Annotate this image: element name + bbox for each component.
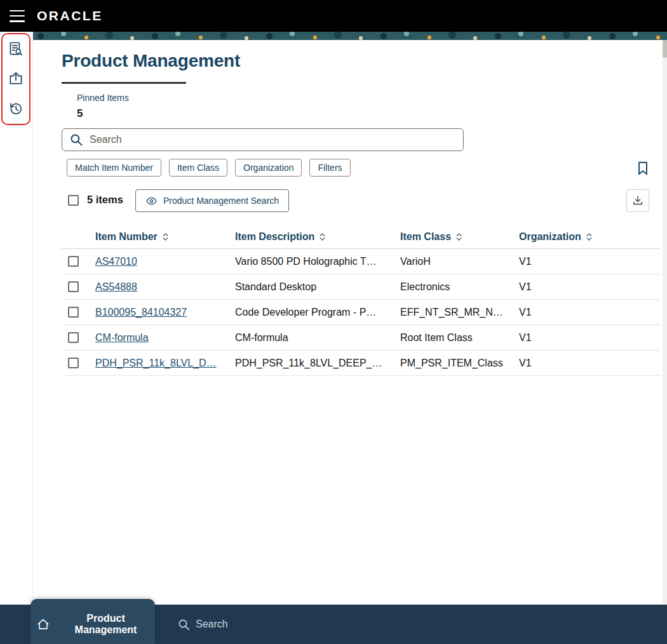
saved-search-button[interactable]: Product Management Search [135, 189, 289, 212]
pinned-items-count: 5 [77, 107, 83, 120]
chip-match-item-number[interactable]: Match Item Number [67, 159, 161, 177]
table-row: CM-formula CM-formula Root Item Class V1 [62, 325, 661, 351]
organization-cell: V1 [519, 307, 661, 318]
title-underline [62, 82, 186, 84]
sort-icon [586, 232, 593, 241]
search-bar [62, 128, 464, 151]
saved-search-label: Product Management Search [163, 196, 279, 206]
item-description-cell: Standard Desktop [235, 281, 400, 293]
item-description-cell: Vario 8500 PD Holographic T… [235, 256, 400, 267]
page-title: Product Management [62, 51, 240, 71]
item-number-link[interactable]: AS47010 [95, 256, 137, 267]
chip-filters[interactable]: Filters [309, 159, 350, 177]
row-checkbox[interactable] [68, 332, 79, 343]
footer-tab-search[interactable]: Search [178, 605, 228, 644]
footer-tab-product-management[interactable]: Product Management [30, 599, 155, 644]
sort-item-class[interactable]: Item Class [400, 231, 519, 243]
sort-icon [162, 232, 169, 241]
bookmark-button[interactable] [635, 159, 652, 177]
item-number-link[interactable]: B100095_84104327 [95, 307, 187, 318]
main-content: Product Management Pinned Items 5 Match … [0, 0, 667, 644]
table-header: Item Number Item Description Item Class … [62, 225, 661, 249]
download-icon [631, 194, 644, 207]
row-checkbox[interactable] [68, 256, 79, 267]
bottom-bar: Product Management Search [0, 605, 667, 644]
home-icon [36, 617, 50, 631]
chip-organization[interactable]: Organization [235, 159, 302, 177]
organization-cell: V1 [519, 256, 661, 267]
table-row: AS54888 Standard Desktop Electronics V1 [62, 274, 661, 300]
item-description-cell: CM-formula [235, 332, 400, 344]
item-number-link[interactable]: AS54888 [95, 281, 137, 293]
search-input[interactable] [90, 134, 455, 145]
sort-icon [455, 232, 462, 241]
footer-tab-label: Product Management [57, 613, 155, 636]
results-table: Item Number Item Description Item Class … [62, 225, 661, 376]
organization-cell: V1 [519, 281, 661, 293]
item-description-cell: PDH_PSR_11k_8LVL_DEEP_… [235, 358, 400, 369]
sort-item-description[interactable]: Item Description [235, 231, 400, 243]
table-row: B100095_84104327 Code Developer Program … [62, 300, 661, 325]
search-icon [178, 619, 190, 631]
product-management-app: ORACLE [0, 0, 667, 644]
item-number-link[interactable]: CM-formula [95, 332, 149, 344]
select-all-checkbox[interactable] [68, 195, 79, 206]
row-checkbox[interactable] [68, 281, 79, 292]
table-row: AS47010 Vario 8500 PD Holographic T… Var… [62, 249, 661, 274]
item-number-link[interactable]: PDH_PSR_11k_8LVL_D… [95, 358, 217, 369]
filter-chips: Match Item Number Item Class Organizatio… [67, 159, 351, 177]
footer-search-label: Search [196, 619, 228, 630]
organization-cell: V1 [519, 332, 661, 344]
item-class-cell: Electronics [400, 281, 519, 293]
sort-icon [319, 232, 326, 241]
bookmark-icon [635, 160, 652, 177]
scrollbar-track[interactable] [663, 40, 667, 605]
row-checkbox[interactable] [68, 307, 79, 318]
sort-item-number[interactable]: Item Number [95, 231, 235, 243]
download-button[interactable] [626, 189, 649, 212]
sort-organization[interactable]: Organization [519, 231, 661, 243]
pinned-items-tab[interactable]: Pinned Items [77, 93, 129, 103]
scrollbar-thumb[interactable] [663, 40, 667, 58]
row-checkbox[interactable] [68, 358, 79, 368]
item-class-cell: EFF_NT_SR_MR_N… [400, 307, 519, 318]
eye-icon [145, 195, 158, 207]
item-class-cell: VarioH [400, 256, 519, 267]
item-class-cell: Root Item Class [400, 332, 519, 344]
organization-cell: V1 [519, 358, 661, 369]
items-count: 5 items [87, 194, 123, 206]
item-class-cell: PM_PSR_ITEM_Class [400, 358, 519, 369]
chip-item-class[interactable]: Item Class [169, 159, 227, 177]
table-row: PDH_PSR_11k_8LVL_D… PDH_PSR_11k_8LVL_DEE… [62, 351, 661, 376]
search-icon [70, 133, 83, 146]
item-description-cell: Code Developer Program - P… [235, 307, 400, 318]
